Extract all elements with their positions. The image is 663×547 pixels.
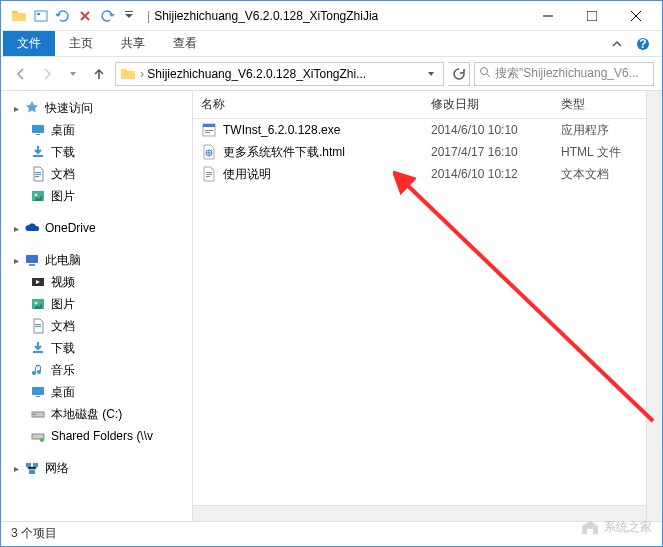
file-list[interactable]: TWInst_6.2.0.128.exe2014/6/10 10:10应用程序更… <box>193 119 662 521</box>
svg-rect-30 <box>205 132 210 133</box>
help-icon[interactable]: ? <box>634 35 652 53</box>
tree-music[interactable]: 音乐 <box>1 359 192 381</box>
svg-rect-24 <box>26 463 31 467</box>
redo-icon[interactable] <box>99 8 115 24</box>
tree-documents2[interactable]: 文档 <box>1 315 192 337</box>
download-icon <box>29 340 47 356</box>
pc-icon <box>23 252 41 268</box>
file-name: 使用说明 <box>223 166 271 183</box>
content-area: ▸快速访问 桌面 下载 文档 图片 ▸OneDrive ▸此电脑 视频 图片 文… <box>1 91 662 521</box>
svg-rect-25 <box>33 463 38 467</box>
svg-rect-18 <box>32 387 44 395</box>
search-placeholder: 搜索"Shijiezhichuang_V6... <box>495 65 639 82</box>
properties-icon[interactable] <box>33 8 49 24</box>
onedrive-icon <box>23 220 41 236</box>
ribbon-tabs: 文件 主页 共享 查看 ? <box>1 31 662 57</box>
svg-point-23 <box>40 438 44 442</box>
vertical-scrollbar[interactable] <box>646 91 662 521</box>
file-list-pane: 名称 修改日期 类型 TWInst_6.2.0.128.exe2014/6/10… <box>193 91 662 521</box>
svg-rect-3 <box>587 11 597 21</box>
svg-rect-12 <box>26 255 38 263</box>
desktop-icon <box>29 384 47 400</box>
file-name: 更多系统软件下载.html <box>223 144 345 161</box>
file-row[interactable]: 更多系统软件下载.html2017/4/17 16:10HTML 文件 <box>193 141 662 163</box>
svg-point-6 <box>481 68 488 75</box>
tree-desktop2[interactable]: 桌面 <box>1 381 192 403</box>
column-date[interactable]: 修改日期 <box>423 96 553 113</box>
music-icon <box>29 362 47 378</box>
document-icon <box>29 318 47 334</box>
back-button[interactable] <box>9 62 33 86</box>
maximize-button[interactable] <box>570 2 614 30</box>
svg-rect-34 <box>206 176 210 177</box>
breadcrumb-dropdown-icon[interactable] <box>423 69 439 79</box>
tree-this-pc[interactable]: ▸此电脑 <box>1 249 192 271</box>
svg-rect-7 <box>32 125 44 133</box>
minimize-button[interactable] <box>526 2 570 30</box>
tab-view[interactable]: 查看 <box>159 31 211 56</box>
tab-file[interactable]: 文件 <box>3 31 55 56</box>
file-row[interactable]: 使用说明2014/6/10 10:12文本文档 <box>193 163 662 185</box>
svg-rect-19 <box>36 396 40 397</box>
svg-rect-21 <box>33 414 36 415</box>
delete-icon[interactable] <box>77 8 93 24</box>
tree-downloads2[interactable]: 下载 <box>1 337 192 359</box>
breadcrumb[interactable]: › Shijiezhichuang_V6.2.0.128_XiTongZhi..… <box>115 62 444 86</box>
tree-desktop[interactable]: 桌面 <box>1 119 192 141</box>
file-date: 2014/6/10 10:10 <box>423 123 553 137</box>
svg-rect-17 <box>33 351 43 353</box>
up-button[interactable] <box>87 62 111 86</box>
undo-icon[interactable] <box>55 8 71 24</box>
tree-network[interactable]: ▸网络 <box>1 457 192 479</box>
close-button[interactable] <box>614 2 658 30</box>
file-row[interactable]: TWInst_6.2.0.128.exe2014/6/10 10:10应用程序 <box>193 119 662 141</box>
quick-access-toolbar <box>5 8 143 24</box>
breadcrumb-text[interactable]: Shijiezhichuang_V6.2.0.128_XiTongZhi... <box>147 67 423 81</box>
drive-icon <box>29 406 47 422</box>
html-file-icon <box>201 144 217 160</box>
svg-point-16 <box>35 302 38 305</box>
tree-documents[interactable]: 文档 <box>1 163 192 185</box>
svg-rect-8 <box>36 134 40 135</box>
svg-rect-29 <box>205 130 213 131</box>
tree-pictures[interactable]: 图片 <box>1 185 192 207</box>
window-title: Shijiezhichuang_V6.2.0.128_XiTongZhiJia <box>154 9 526 23</box>
column-name[interactable]: 名称 <box>193 96 423 113</box>
chevron-up-icon[interactable] <box>608 35 626 53</box>
svg-rect-32 <box>206 172 212 173</box>
document-icon <box>29 166 47 182</box>
svg-rect-1 <box>37 13 40 15</box>
tree-onedrive[interactable]: ▸OneDrive <box>1 217 192 239</box>
file-date: 2017/4/17 16:10 <box>423 145 553 159</box>
address-bar: › Shijiezhichuang_V6.2.0.128_XiTongZhi..… <box>1 57 662 91</box>
search-icon <box>479 66 491 81</box>
forward-button[interactable] <box>35 62 59 86</box>
svg-text:?: ? <box>639 37 646 51</box>
search-input[interactable]: 搜索"Shijiezhichuang_V6... <box>474 62 654 86</box>
refresh-button[interactable] <box>448 62 470 86</box>
title-separator: | <box>147 9 150 23</box>
svg-rect-0 <box>35 11 47 21</box>
download-icon <box>29 144 47 160</box>
ribbon-right: ? <box>598 31 662 56</box>
network-icon <box>23 460 41 476</box>
status-bar: 3 个项目 <box>1 521 662 545</box>
tree-shared[interactable]: Shared Folders (\\v <box>1 425 192 447</box>
svg-rect-13 <box>29 264 35 266</box>
history-dropdown[interactable] <box>61 62 85 86</box>
qat-dropdown-icon[interactable] <box>121 8 137 24</box>
tree-pictures2[interactable]: 图片 <box>1 293 192 315</box>
window-controls <box>526 2 658 30</box>
tree-local-c[interactable]: 本地磁盘 (C:) <box>1 403 192 425</box>
file-name: TWInst_6.2.0.128.exe <box>223 123 340 137</box>
svg-rect-2 <box>125 11 133 12</box>
svg-point-11 <box>35 194 38 197</box>
navigation-pane: ▸快速访问 桌面 下载 文档 图片 ▸OneDrive ▸此电脑 视频 图片 文… <box>1 91 193 521</box>
folder-icon <box>120 66 136 82</box>
tree-downloads[interactable]: 下载 <box>1 141 192 163</box>
horizontal-scrollbar[interactable] <box>193 505 646 521</box>
tree-videos[interactable]: 视频 <box>1 271 192 293</box>
tree-quick-access[interactable]: ▸快速访问 <box>1 97 192 119</box>
tab-share[interactable]: 共享 <box>107 31 159 56</box>
tab-home[interactable]: 主页 <box>55 31 107 56</box>
